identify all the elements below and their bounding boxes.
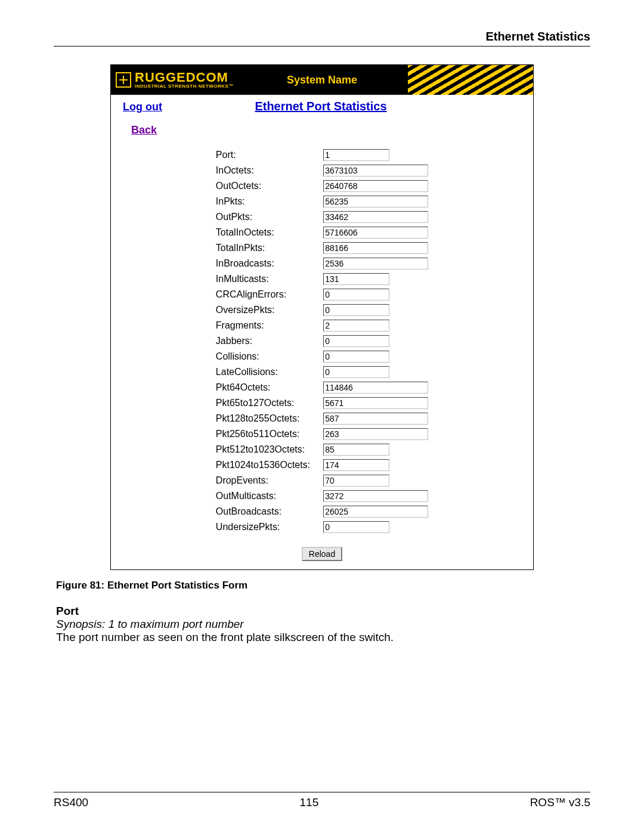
stats-label: Pkt1024to1536Octets: xyxy=(213,457,321,473)
stats-row: Pkt64Octets: xyxy=(213,380,431,395)
stats-label: OutBroadcasts: xyxy=(213,504,321,519)
stats-row: Fragments: xyxy=(213,318,431,333)
figure-caption: Figure 81: Ethernet Port Statistics Form xyxy=(56,580,590,592)
stats-value-cell xyxy=(321,504,431,519)
stats-row: Collisions: xyxy=(213,349,431,364)
stats-row: Pkt1024to1536Octets: xyxy=(213,457,431,473)
stats-row: InMulticasts: xyxy=(213,271,431,287)
stats-input[interactable] xyxy=(323,242,428,254)
stats-input[interactable] xyxy=(323,289,389,301)
stats-input[interactable] xyxy=(323,459,389,471)
stats-row: OutMulticasts: xyxy=(213,488,431,504)
stats-label: Pkt65to127Octets: xyxy=(213,395,321,411)
stats-input[interactable] xyxy=(323,506,428,518)
stats-input[interactable] xyxy=(323,413,428,425)
stats-input[interactable] xyxy=(323,397,428,409)
stats-value-cell xyxy=(321,333,431,349)
stats-value-cell xyxy=(321,411,431,426)
page-section-heading: Ethernet Statistics xyxy=(54,30,590,46)
system-name: System Name xyxy=(287,74,357,86)
stats-row: InBroadcasts: xyxy=(213,256,431,271)
stats-row: UndersizePkts: xyxy=(213,519,431,535)
stats-label: Jabbers: xyxy=(213,333,321,349)
stats-value-cell xyxy=(321,240,431,256)
brand-name: RUGGEDCOM xyxy=(135,71,234,84)
stats-row: OutOctets: xyxy=(213,178,431,194)
stats-label: InOctets: xyxy=(213,163,321,178)
stats-input[interactable] xyxy=(323,475,389,487)
back-link[interactable]: Back xyxy=(131,124,157,137)
stats-input[interactable] xyxy=(323,149,389,161)
stats-label: Pkt64Octets: xyxy=(213,380,321,395)
stats-label: Port: xyxy=(213,147,321,163)
stats-value-cell xyxy=(321,426,431,442)
brand-block: RUGGEDCOM INDUSTRIAL STRENGTH NETWORKS™ xyxy=(111,71,234,89)
stats-input[interactable] xyxy=(323,335,389,347)
footer-right: ROS™ v3.5 xyxy=(530,796,590,809)
stats-value-cell xyxy=(321,225,431,240)
stats-input[interactable] xyxy=(323,521,389,533)
section-rule xyxy=(54,46,590,47)
stats-input[interactable] xyxy=(323,490,428,502)
ruggedcom-logo-icon xyxy=(116,72,131,88)
stats-value-cell xyxy=(321,473,431,488)
brand-text: RUGGEDCOM INDUSTRIAL STRENGTH NETWORKS™ xyxy=(135,71,234,89)
entry-description: The port number as seen on the front pla… xyxy=(56,631,590,644)
entry-title: Port xyxy=(56,605,590,618)
stats-input[interactable] xyxy=(323,382,428,394)
stats-label: OutOctets: xyxy=(213,178,321,194)
stats-row: Jabbers: xyxy=(213,333,431,349)
stats-input[interactable] xyxy=(323,180,428,192)
stats-value-cell xyxy=(321,442,431,457)
stats-row: InPkts: xyxy=(213,194,431,209)
app-header: RUGGEDCOM INDUSTRIAL STRENGTH NETWORKS™ … xyxy=(111,65,533,95)
reload-button[interactable]: Reload xyxy=(302,547,342,561)
footer-rule xyxy=(54,792,590,792)
stats-value-cell xyxy=(321,163,431,178)
stats-row: Pkt256to511Octets: xyxy=(213,426,431,442)
stats-row: TotalInOctets: xyxy=(213,225,431,240)
stats-value-cell xyxy=(321,256,431,271)
stats-input[interactable] xyxy=(323,258,428,270)
stats-row: CRCAlignErrors: xyxy=(213,287,431,302)
stats-input[interactable] xyxy=(323,304,389,316)
stats-row: OutBroadcasts: xyxy=(213,504,431,519)
footer-center: 115 xyxy=(300,796,319,809)
stats-label: DropEvents: xyxy=(213,473,321,488)
stats-label: InBroadcasts: xyxy=(213,256,321,271)
stats-row: LateCollisions: xyxy=(213,364,431,380)
stats-value-cell xyxy=(321,395,431,411)
stats-label: Pkt256to511Octets: xyxy=(213,426,321,442)
stats-label: OutMulticasts: xyxy=(213,488,321,504)
stats-row: Pkt512to1023Octets: xyxy=(213,442,431,457)
stats-value-cell xyxy=(321,488,431,504)
stats-value-cell xyxy=(321,457,431,473)
stats-row: Pkt128to255Octets: xyxy=(213,411,431,426)
stats-input[interactable] xyxy=(323,444,389,456)
brand-tagline: INDUSTRIAL STRENGTH NETWORKS™ xyxy=(135,84,234,89)
stats-row: DropEvents: xyxy=(213,473,431,488)
stats-table: Port:InOctets:OutOctets:InPkts:OutPkts:T… xyxy=(213,147,431,535)
stats-input[interactable] xyxy=(323,351,389,363)
stats-row: TotalInPkts: xyxy=(213,240,431,256)
stats-label: InPkts: xyxy=(213,194,321,209)
stats-input[interactable] xyxy=(323,366,389,378)
stats-input[interactable] xyxy=(323,273,389,285)
stats-row: InOctets: xyxy=(213,163,431,178)
stats-input[interactable] xyxy=(323,428,428,440)
stats-row: Pkt65to127Octets: xyxy=(213,395,431,411)
stats-value-cell xyxy=(321,349,431,364)
page-title: Ethernet Port Statistics xyxy=(120,100,521,113)
stats-row: OutPkts: xyxy=(213,209,431,225)
stats-input[interactable] xyxy=(323,211,428,223)
stats-input[interactable] xyxy=(323,165,428,176)
stats-label: UndersizePkts: xyxy=(213,519,321,535)
stats-label: Pkt128to255Octets: xyxy=(213,411,321,426)
stats-value-cell xyxy=(321,194,431,209)
stats-label: Collisions: xyxy=(213,349,321,364)
stats-value-cell xyxy=(321,519,431,535)
stats-label: OutPkts: xyxy=(213,209,321,225)
stats-input[interactable] xyxy=(323,196,428,208)
stats-input[interactable] xyxy=(323,227,428,239)
stats-input[interactable] xyxy=(323,320,389,332)
